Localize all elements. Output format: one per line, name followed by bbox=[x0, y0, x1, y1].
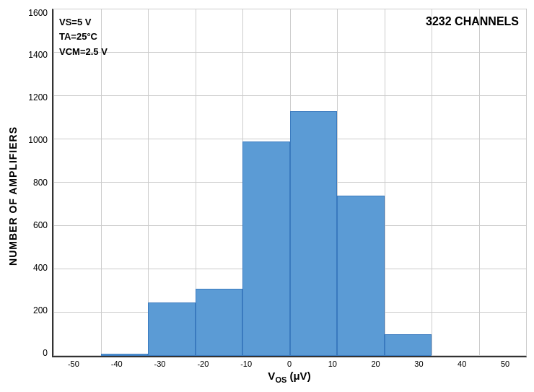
channel-label: 3232 CHANNELS bbox=[426, 15, 519, 28]
x-tick: -20 bbox=[181, 360, 224, 368]
annotation-ta: TA=25°C bbox=[59, 30, 108, 45]
bar bbox=[196, 289, 243, 356]
y-tick: 0 bbox=[22, 349, 48, 357]
y-tick: 400 bbox=[22, 263, 48, 272]
annotations: VS=5 V TA=25°C VCM=2.5 V bbox=[59, 15, 108, 60]
y-tick: 1200 bbox=[22, 93, 48, 102]
y-ticks: 02004006008001000120014001600 bbox=[22, 9, 52, 357]
y-tick: 1000 bbox=[22, 136, 48, 144]
x-tick: -50 bbox=[52, 360, 95, 368]
x-tick: 0 bbox=[268, 360, 311, 368]
bar bbox=[290, 111, 338, 356]
x-tick: 20 bbox=[354, 360, 398, 368]
x-ticks: -50-40-30-20-1001020304050 bbox=[52, 357, 527, 368]
annotation-vcm: VCM=2.5 V bbox=[59, 45, 108, 60]
chart-container: NUMBER OF AMPLIFIERS 0200400600800100012… bbox=[7, 9, 527, 384]
x-tick: -10 bbox=[224, 360, 268, 368]
x-tick: 10 bbox=[311, 360, 354, 368]
bars-layer bbox=[53, 9, 526, 356]
bar bbox=[101, 354, 149, 356]
grid-v-line bbox=[526, 9, 527, 356]
x-tick: -40 bbox=[95, 360, 139, 368]
bar bbox=[148, 302, 196, 356]
x-tick: 40 bbox=[440, 360, 483, 368]
x-tick: 50 bbox=[483, 360, 527, 368]
bar bbox=[385, 334, 432, 356]
chart-area-wrap: 02004006008001000120014001600 VS=5 V TA=… bbox=[22, 9, 527, 357]
y-tick: 200 bbox=[22, 306, 48, 315]
y-tick: 1400 bbox=[22, 51, 48, 59]
bar bbox=[337, 196, 385, 356]
y-axis-label: NUMBER OF AMPLIFIERS bbox=[7, 126, 19, 266]
y-tick: 800 bbox=[22, 178, 48, 187]
x-tick: 30 bbox=[398, 360, 441, 368]
annotation-vs: VS=5 V bbox=[59, 15, 108, 30]
x-axis-label: VOS (μV) bbox=[52, 370, 527, 384]
y-tick: 1600 bbox=[22, 9, 48, 17]
y-tick: 600 bbox=[22, 221, 48, 230]
bar bbox=[242, 141, 290, 356]
plot-area: VS=5 V TA=25°C VCM=2.5 V 3232 CHANNELS bbox=[52, 9, 527, 357]
chart-inner: 02004006008001000120014001600 VS=5 V TA=… bbox=[22, 9, 527, 384]
x-tick: -30 bbox=[139, 360, 182, 368]
